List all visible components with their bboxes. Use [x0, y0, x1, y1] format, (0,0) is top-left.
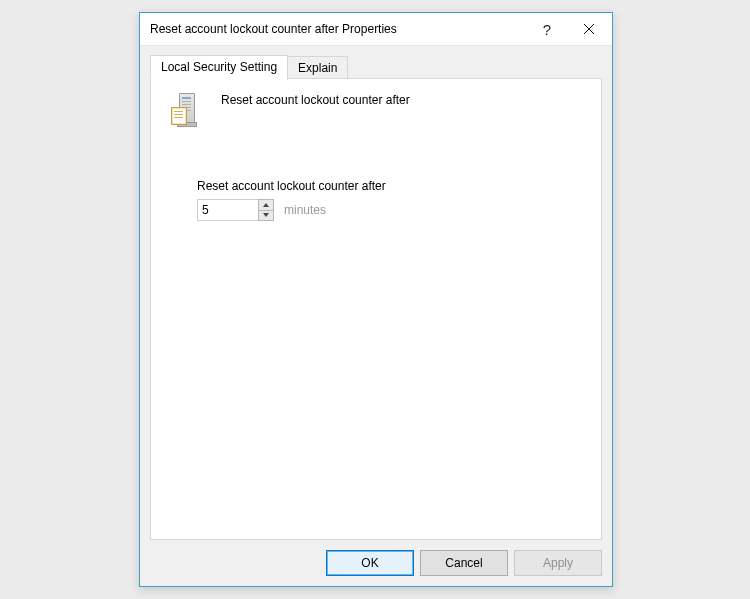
setting-block: Reset account lockout counter after — [151, 125, 601, 221]
policy-heading: Reset account lockout counter after — [221, 91, 410, 107]
help-button[interactable]: ? — [528, 13, 566, 45]
tab-local-security-setting[interactable]: Local Security Setting — [150, 55, 288, 80]
tab-panel-local: Reset account lockout counter after Rese… — [150, 78, 602, 540]
spinner-up-button[interactable] — [258, 199, 274, 211]
dialog-title: Reset account lockout counter after Prop… — [150, 22, 528, 36]
apply-button[interactable]: Apply — [514, 550, 602, 576]
svg-marker-2 — [263, 203, 269, 207]
spinner-row: minutes — [197, 199, 601, 221]
titlebar-controls: ? — [528, 13, 612, 45]
tab-explain[interactable]: Explain — [287, 56, 348, 80]
svg-marker-3 — [263, 213, 269, 217]
close-icon — [584, 24, 594, 34]
minutes-input[interactable] — [197, 199, 258, 221]
spinner-buttons — [258, 199, 274, 221]
policy-header: Reset account lockout counter after — [151, 79, 601, 125]
policy-server-icon — [171, 93, 203, 125]
properties-dialog: Reset account lockout counter after Prop… — [139, 12, 613, 587]
setting-label: Reset account lockout counter after — [197, 179, 601, 193]
client-area: Local Security Setting Explain Reset acc… — [140, 46, 612, 586]
ok-button[interactable]: OK — [326, 550, 414, 576]
spinner-down-button[interactable] — [258, 211, 274, 222]
unit-label: minutes — [284, 203, 326, 217]
close-button[interactable] — [566, 13, 612, 45]
cancel-button[interactable]: Cancel — [420, 550, 508, 576]
chevron-down-icon — [263, 213, 269, 217]
titlebar: Reset account lockout counter after Prop… — [140, 13, 612, 46]
dialog-buttons: OK Cancel Apply — [326, 550, 602, 576]
chevron-up-icon — [263, 203, 269, 207]
minutes-spinner — [197, 199, 274, 221]
tabstrip: Local Security Setting Explain — [150, 54, 347, 79]
